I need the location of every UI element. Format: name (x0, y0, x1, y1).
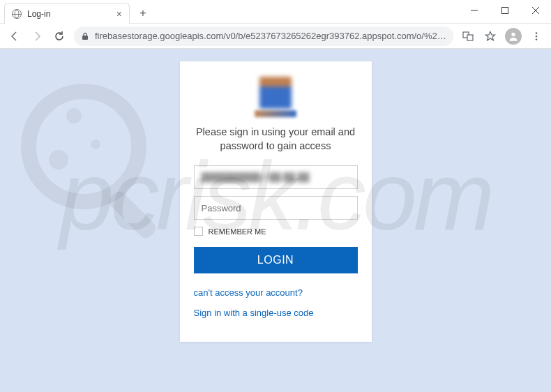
login-button[interactable]: LOGIN (194, 247, 358, 273)
svg-rect-4 (82, 36, 88, 40)
bookmark-star-icon[interactable] (480, 26, 501, 47)
email-field[interactable]: ██████████@██.██.██ (194, 165, 358, 189)
email-value: ██████████@██.██.██ (202, 172, 310, 182)
tab-title: Log-in (27, 9, 111, 19)
svg-point-8 (536, 32, 538, 34)
password-input[interactable] (202, 203, 350, 213)
close-button[interactable] (520, 0, 551, 21)
logo (194, 77, 358, 117)
logo-text (255, 110, 296, 117)
globe-icon (12, 9, 22, 19)
logo-image (259, 77, 292, 109)
login-card: Please sign in using your email and pass… (180, 61, 372, 342)
kebab-menu-icon[interactable] (526, 26, 547, 47)
back-button[interactable] (4, 26, 25, 47)
minimize-button[interactable] (459, 0, 490, 21)
remember-checkbox[interactable] (194, 227, 203, 236)
address-text: firebasestorage.googleapis.com/v0/b/e523… (95, 31, 446, 41)
browser-titlebar: Log-in × + (0, 0, 551, 24)
password-field[interactable] (194, 196, 358, 220)
remember-label: REMEMBER ME (209, 227, 266, 236)
browser-toolbar: firebasestorage.googleapis.com/v0/b/e523… (0, 24, 551, 49)
instruction-text: Please sign in using your email and pass… (194, 126, 358, 153)
forward-button[interactable] (27, 26, 47, 47)
page-viewport: Please sign in using your email and pass… (0, 49, 551, 392)
browser-tab[interactable]: Log-in × (4, 3, 130, 24)
tab-close-icon[interactable]: × (116, 8, 122, 20)
window-controls (459, 0, 551, 21)
lock-icon (81, 32, 89, 40)
new-tab-button[interactable]: + (134, 4, 152, 22)
profile-avatar-icon[interactable] (505, 28, 522, 45)
reload-button[interactable] (49, 26, 70, 47)
svg-point-10 (536, 38, 538, 40)
forgot-link[interactable]: can't access your account? (194, 287, 358, 298)
address-bar[interactable]: firebasestorage.googleapis.com/v0/b/e523… (74, 27, 453, 46)
single-use-code-link[interactable]: Sign in with a single-use code (194, 308, 358, 318)
svg-rect-1 (502, 8, 508, 14)
maximize-button[interactable] (490, 0, 520, 21)
translate-icon[interactable] (458, 26, 478, 47)
svg-rect-6 (467, 35, 473, 40)
svg-point-7 (511, 32, 515, 36)
remember-me[interactable]: REMEMBER ME (194, 227, 358, 236)
svg-point-9 (536, 35, 538, 37)
